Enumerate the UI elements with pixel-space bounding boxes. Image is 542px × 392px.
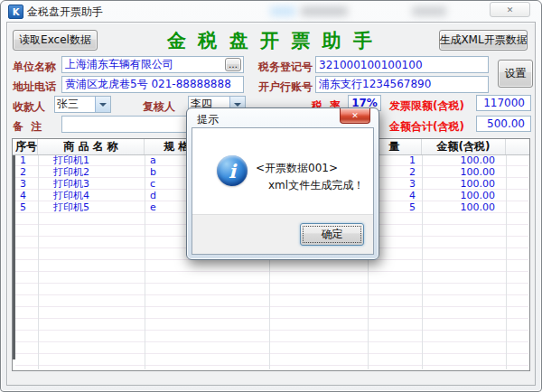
invoice-limit-label: 发票限额(含税) bbox=[389, 98, 464, 114]
browse-button[interactable]: … bbox=[225, 58, 241, 71]
company-name-label: 单位名称 bbox=[13, 60, 56, 75]
page-title: 金 税 盘 开 票 助 手 bbox=[126, 28, 416, 53]
col-header-no: 序号 bbox=[15, 139, 38, 154]
ok-button[interactable]: 确定 bbox=[300, 223, 364, 246]
payee-select[interactable]: 张三 bbox=[54, 96, 111, 113]
bank-account-field[interactable]: 浦东支行1234567890 bbox=[315, 76, 489, 93]
payee-value: 张三 bbox=[57, 97, 79, 112]
ok-button-label: 确定 bbox=[322, 227, 343, 242]
dialog-title: 提示 bbox=[197, 112, 219, 127]
remark-label: 备 注 bbox=[13, 119, 42, 135]
app-icon: K bbox=[8, 5, 23, 19]
close-icon[interactable]: ✕ bbox=[340, 108, 370, 124]
col-header-amount: 金额(含税) bbox=[422, 139, 506, 154]
bank-account-label: 开户行账号 bbox=[258, 79, 313, 95]
tax-id-label: 税务登记号 bbox=[258, 60, 313, 75]
prompt-dialog: 提示 ✕ <开票数据001> xml文件生成完成！ 确定 bbox=[186, 107, 379, 260]
payee-label: 收款人 bbox=[13, 99, 45, 115]
tax-id-field[interactable]: 321000100100100 bbox=[315, 56, 489, 73]
dialog-body: <开票数据001> xml文件生成完成！ 确定 bbox=[192, 127, 374, 255]
dialog-footer: 确定 bbox=[192, 214, 373, 254]
app-window: K 金税盘开票助手 ✕ 读取Excel数据 金 税 盘 开 票 助 手 生成XM… bbox=[0, 0, 542, 392]
redacted-blur bbox=[412, 6, 446, 16]
title-bar[interactable]: K 金税盘开票助手 ✕ bbox=[0, 0, 542, 21]
reviewer-label: 复核人 bbox=[143, 99, 175, 115]
settings-button[interactable]: 设置 bbox=[498, 60, 533, 88]
total-amount-label: 金额合计(含税) bbox=[389, 119, 464, 135]
redacted-blur bbox=[270, 6, 295, 16]
company-name-field[interactable]: 上海浦东车辆有限公司 bbox=[61, 56, 244, 73]
address-phone-field[interactable]: 黄浦区龙虎巷5号 021-88888888 bbox=[61, 76, 244, 93]
redacted-blur bbox=[301, 6, 348, 16]
invoice-limit-field[interactable]: 117000 bbox=[476, 95, 531, 111]
info-icon bbox=[217, 155, 248, 186]
dialog-message-line1: <开票数据001> bbox=[256, 161, 338, 176]
chevron-down-icon[interactable] bbox=[95, 97, 110, 112]
total-amount-field[interactable]: 500.00 bbox=[476, 116, 531, 132]
read-excel-button[interactable]: 读取Excel数据 bbox=[13, 30, 98, 51]
col-header-name: 商 品 名 称 bbox=[38, 139, 145, 154]
generate-xml-button[interactable]: 生成XML开票数据 bbox=[439, 30, 528, 51]
close-icon[interactable]: ✕ bbox=[490, 2, 530, 17]
window-title: 金税盘开票助手 bbox=[27, 5, 103, 20]
col-header-extra bbox=[506, 139, 529, 154]
dialog-message-line2: xml文件生成完成！ bbox=[268, 178, 364, 193]
address-phone-label: 地址电话 bbox=[13, 79, 56, 95]
